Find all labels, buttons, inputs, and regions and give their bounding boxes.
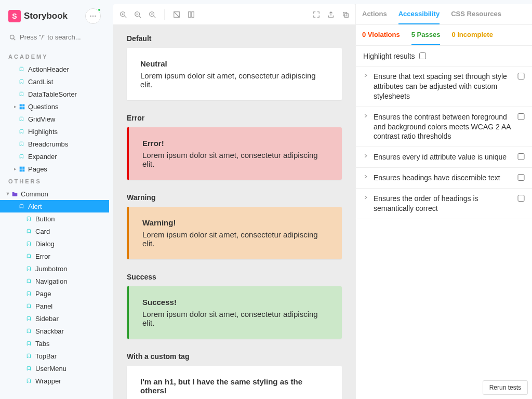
svg-rect-9 <box>19 166 21 168</box>
story-name: Error <box>113 114 355 127</box>
svg-rect-12 <box>22 169 24 171</box>
sidebar-item-cardlist[interactable]: CardList <box>0 75 109 88</box>
toolbar-separator <box>164 9 165 20</box>
addon-tab-accessibility[interactable]: Accessibility <box>398 4 440 24</box>
search-input[interactable] <box>8 30 101 44</box>
sidebar-item-snackbar[interactable]: Snackbar <box>0 325 109 337</box>
open-tab-button[interactable] <box>327 11 335 18</box>
main-content: DefaultNeutralLorem ipsum dolor sit amet… <box>109 0 355 399</box>
sidebar-item-page[interactable]: Page <box>0 287 109 300</box>
copy-link-button[interactable] <box>342 11 349 18</box>
svg-rect-11 <box>19 169 21 171</box>
story-icon <box>19 128 25 135</box>
sidebar-item-navigation[interactable]: Navigation <box>0 275 109 287</box>
story-icon <box>19 66 25 72</box>
highlight-results-row: Highlight results <box>356 46 532 66</box>
sidebar-item-dialog[interactable]: Dialog <box>0 237 109 250</box>
addon-tab-actions[interactable]: Actions <box>362 4 387 24</box>
status-dot <box>97 8 101 12</box>
svg-rect-26 <box>344 14 348 17</box>
tab-incomplete[interactable]: 0 Incomplete <box>451 25 493 45</box>
fullscreen-button[interactable] <box>313 11 320 18</box>
a11y-rule: Ensures the order of headings is semanti… <box>356 189 532 219</box>
section-label: ACADEMY <box>0 50 109 63</box>
story-name: Default <box>113 34 355 48</box>
story-name: Success <box>113 273 355 286</box>
chevron-right-icon[interactable] <box>363 174 369 179</box>
sidebar-item-usermenu[interactable]: UserMenu <box>0 362 109 375</box>
story-icon <box>19 91 25 97</box>
story-name: Warning <box>113 193 355 207</box>
story-block: With a custom tagI'm an h1, but I have t… <box>113 352 355 399</box>
addon-tab-css-resources[interactable]: CSS Resources <box>451 4 501 24</box>
sidebar-item-panel[interactable]: Panel <box>0 300 109 312</box>
a11y-rule-text: Ensures every id attribute value is uniq… <box>374 152 513 162</box>
zoom-out-button[interactable] <box>134 11 141 18</box>
tab-violations[interactable]: 0 Violations <box>362 25 400 45</box>
brand[interactable]: S Storybook <box>8 10 68 22</box>
sidebar-item-label: Snackbar <box>35 327 64 335</box>
sidebar-item-sidebar[interactable]: Sidebar <box>0 312 109 325</box>
sidebar-item-common[interactable]: ▼Common <box>0 188 109 200</box>
sidebar-item-tabs[interactable]: Tabs <box>0 337 109 350</box>
alert-success: Success!Lorem ipsum dolor sit amet, cons… <box>127 286 342 339</box>
story-icon <box>19 153 25 159</box>
alert-title: Success! <box>142 298 328 307</box>
a11y-rule-highlight-checkbox[interactable] <box>517 153 525 160</box>
sidebar-item-gridview[interactable]: GridView <box>0 113 109 125</box>
sidebar-item-questions[interactable]: ▸Questions <box>0 100 109 113</box>
sidebar-item-actionheader[interactable]: ActionHeader <box>0 63 109 75</box>
a11y-rule-highlight-checkbox[interactable] <box>517 73 525 79</box>
sidebar-item-datatablesorter[interactable]: DataTableSorter <box>0 88 109 100</box>
chevron-right-icon[interactable] <box>363 195 369 200</box>
story-icon <box>26 340 32 347</box>
chevron-right-icon[interactable] <box>363 113 369 118</box>
svg-line-18 <box>139 16 141 18</box>
tab-passes[interactable]: 5 Passes <box>411 25 441 45</box>
sidebar-item-label: CardList <box>28 78 53 86</box>
a11y-rule-highlight-checkbox[interactable] <box>517 113 525 120</box>
sidebar-item-label: Navigation <box>35 277 67 285</box>
a11y-rule-list: Ensure that text spacing set through sty… <box>356 66 532 219</box>
alert-body: Lorem ipsum dolor sit amet, consectetur … <box>142 230 328 248</box>
sidebar-item-label: Dialog <box>35 240 55 248</box>
story-icon <box>19 203 25 209</box>
sidebar-item-button[interactable]: Button <box>0 212 109 225</box>
sidebar-item-highlights[interactable]: Highlights <box>0 125 109 138</box>
zoom-reset-button[interactable] <box>149 11 156 18</box>
highlight-results-checkbox[interactable] <box>419 52 426 59</box>
svg-rect-25 <box>343 12 347 16</box>
sidebar-item-wrapper[interactable]: Wrapper <box>0 375 109 387</box>
grid-button[interactable] <box>188 11 195 18</box>
svg-line-21 <box>154 16 156 18</box>
story-block: SuccessSuccess!Lorem ipsum dolor sit ame… <box>113 273 355 339</box>
svg-rect-8 <box>22 107 24 109</box>
sidebar-item-alert[interactable]: Alert <box>0 200 109 212</box>
sidebar-item-topbar[interactable]: TopBar <box>0 350 109 362</box>
a11y-rule: Ensures the contrast between foreground … <box>356 107 532 148</box>
chevron-right-icon[interactable] <box>363 73 369 78</box>
addon-tabs: ActionsAccessibilityCSS Resources <box>356 4 532 25</box>
sidebar-item-jumbotron[interactable]: Jumbotron <box>0 262 109 275</box>
svg-point-2 <box>95 16 96 17</box>
chevron-down-icon: ▼ <box>5 191 10 196</box>
ellipsis-icon <box>89 12 97 20</box>
sidebar-item-pages[interactable]: ▸Pages <box>0 163 109 175</box>
alert-title: Error! <box>142 139 328 148</box>
a11y-rule-highlight-checkbox[interactable] <box>517 174 525 181</box>
svg-line-14 <box>125 16 127 18</box>
background-button[interactable] <box>173 11 180 18</box>
zoom-in-button[interactable] <box>119 11 127 18</box>
chevron-right-icon[interactable] <box>363 153 369 158</box>
rerun-tests-button[interactable]: Rerun tests <box>483 380 528 395</box>
sidebar-item-expander[interactable]: Expander <box>0 150 109 163</box>
sidebar-item-error[interactable]: Error <box>0 250 109 262</box>
alert-error: Error!Lorem ipsum dolor sit amet, consec… <box>127 127 342 180</box>
a11y-rule-highlight-checkbox[interactable] <box>517 195 525 202</box>
chevron-right-icon: ▸ <box>12 104 18 109</box>
sidebar-item-breadcrumbs[interactable]: Breadcrumbs <box>0 138 109 150</box>
sidebar-item-card[interactable]: Card <box>0 225 109 237</box>
shortcuts-button[interactable] <box>85 8 101 24</box>
svg-line-4 <box>14 38 15 40</box>
sidebar-item-label: TopBar <box>35 352 57 360</box>
